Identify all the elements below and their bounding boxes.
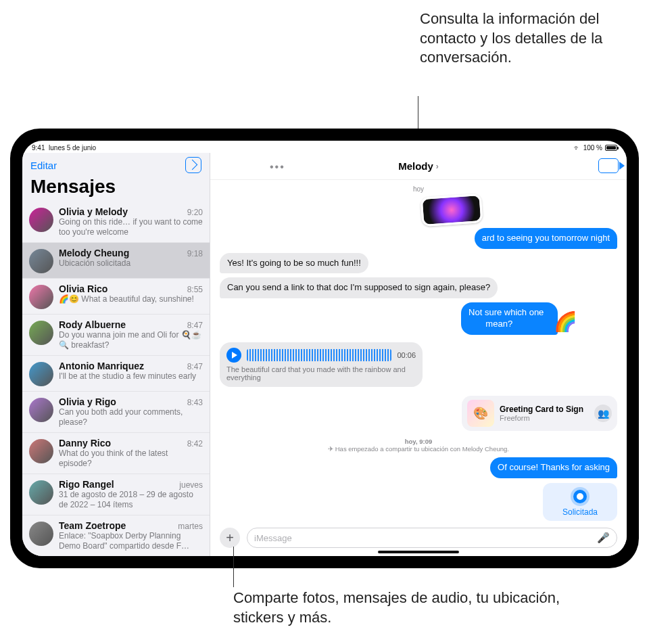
link-subtitle: Freeform: [500, 414, 589, 422]
avatar: [29, 249, 53, 273]
conversation-preview: Enlace: "Soapbox Derby Planning Demo Boa…: [59, 531, 203, 551]
edit-button[interactable]: Editar: [30, 160, 57, 171]
conversation-name: Olivia Rico: [59, 283, 107, 294]
message-sent[interactable]: Of course! Thanks for asking: [490, 457, 617, 478]
message-input[interactable]: iMessage 🎤: [247, 528, 617, 548]
home-indicator[interactable]: [378, 551, 459, 553]
conversation-time: 9:18: [187, 249, 203, 258]
conversation-time: 8:47: [187, 321, 203, 330]
location-label: Solicitada: [547, 507, 613, 517]
avatar: [29, 285, 53, 309]
waveform-icon: [247, 349, 391, 361]
conversation-name: Melody Cheung: [59, 248, 129, 258]
message-sent-rainbow[interactable]: Not sure which one mean? 🌈: [461, 300, 617, 337]
conversation-list: Olivia y Melody9:20Going on this ride… i…: [22, 202, 210, 556]
location-pin-icon: [573, 490, 587, 503]
mic-icon[interactable]: 🎤: [597, 532, 610, 544]
chat-pane: ••• Melody › hoy ard to seeing you tomor…: [210, 153, 627, 556]
audio-duration: 00:06: [397, 351, 416, 359]
contact-name: Melody: [398, 160, 433, 172]
callout-line: [233, 547, 234, 587]
callout-contact-info: Consulta la información del contacto y l…: [420, 9, 636, 68]
input-placeholder: iMessage: [254, 533, 292, 543]
avatar: [29, 480, 53, 505]
conversation-preview: I'll be at the studio a few minutes earl…: [59, 371, 203, 382]
conversation-item[interactable]: Rody Albuerne8:47Do you wanna join me an…: [22, 315, 210, 356]
conversation-name: Olivia y Rigo: [59, 396, 116, 407]
conversation-item[interactable]: Antonio Manriquez8:47I'll be at the stud…: [22, 356, 210, 392]
conversation-preview: Do you wanna join me and Oli for 🍳☕🔍 bre…: [59, 330, 203, 350]
conversation-item[interactable]: Olivia y Rigo8:43Can you both add your c…: [22, 392, 210, 433]
conversation-name: Olivia y Melody: [59, 206, 128, 217]
avatar: [29, 321, 53, 345]
conversation-name: Danny Rico: [59, 438, 111, 448]
status-time: 9:41: [32, 144, 45, 152]
conversation-preview: Ubicación solicitada: [59, 258, 203, 269]
battery-icon: [605, 145, 617, 151]
message-text: ard to seeing you tomorrow night: [482, 233, 610, 243]
day-label: hoy: [220, 185, 617, 193]
conversation-item[interactable]: Olivia Rico8:55🌈😊 What a beautiful day, …: [22, 279, 210, 315]
wifi-icon: ᯤ: [574, 144, 581, 152]
conversation-preview: What do you think of the latest episode?: [59, 448, 203, 469]
status-date: lunes 5 de junio: [49, 144, 96, 152]
conversation-name: Rigo Rangel: [59, 479, 114, 490]
link-title: Greeting Card to Sign: [500, 405, 589, 414]
conversation-time: martes: [178, 522, 203, 531]
battery-text: 100 %: [583, 144, 602, 152]
contact-name-button[interactable]: Melody ›: [398, 160, 439, 172]
ipad-frame: 9:41 lunes 5 de junio ᯤ 100 % Editar Men…: [10, 129, 639, 568]
ipad-screen: 9:41 lunes 5 de junio ᯤ 100 % Editar Men…: [22, 141, 627, 556]
avatar: [29, 522, 53, 546]
conversation-preview: Can you both add your comments, please?: [59, 407, 203, 428]
conversation-name: Team Zoetrope: [59, 520, 126, 531]
conversation-time: jueves: [179, 480, 203, 490]
message-text: Not sure which one: [468, 307, 544, 317]
sidebar: Editar Mensajes Olivia y Melody9:20Going…: [22, 153, 210, 556]
facetime-button[interactable]: [598, 158, 619, 173]
message-received[interactable]: Yes! It's going to be so much fun!!!: [220, 253, 368, 274]
link-thumbnail: 🎨: [467, 400, 494, 427]
conversation-item[interactable]: Danny Rico8:42What do you think of the l…: [22, 433, 210, 474]
callout-plus-button: Comparte fotos, mensajes de audio, tu ub…: [233, 589, 585, 627]
more-icon[interactable]: •••: [270, 161, 285, 173]
avatar: [29, 208, 53, 232]
conversation-preview: Going on this ride… if you want to come …: [59, 217, 203, 237]
status-left: 9:41 lunes 5 de junio: [32, 144, 96, 152]
play-button[interactable]: [226, 348, 241, 363]
location-request-card[interactable]: Solicitada: [543, 483, 617, 521]
avatar: [29, 362, 53, 386]
messages-scroll[interactable]: hoy ard to seeing you tomorrow night Yes…: [210, 180, 627, 524]
conversation-item[interactable]: Melody Cheung9:18Ubicación solicitada: [22, 243, 210, 279]
freeform-link-card[interactable]: 🎨 Greeting Card to Sign Freeform 👥: [462, 396, 617, 431]
compose-button[interactable]: [185, 157, 201, 173]
conversation-time: 8:42: [187, 439, 203, 448]
messages-app: Editar Mensajes Olivia y Melody9:20Going…: [22, 153, 627, 556]
photo-attachment[interactable]: [420, 193, 483, 227]
message-received[interactable]: Can you send a link to that doc I'm supp…: [220, 277, 498, 298]
message-sent[interactable]: ard to seeing you tomorrow night: [475, 228, 617, 249]
system-status-line: hoy, 9:09 ✈ Has empezado a compartir tu …: [220, 438, 617, 453]
audio-transcript: The beautiful card that you made with th…: [226, 365, 416, 382]
conversation-item[interactable]: Team ZoetropemartesEnlace: "Soapbox Derb…: [22, 515, 210, 556]
status-bar: 9:41 lunes 5 de junio ᯤ 100 %: [22, 141, 627, 153]
conversation-time: 8:55: [187, 285, 203, 294]
conversation-time: 8:47: [187, 362, 203, 371]
conversation-item[interactable]: Olivia y Melody9:20Going on this ride… i…: [22, 202, 210, 243]
rainbow-sticker: 🌈: [554, 310, 577, 333]
conversation-item[interactable]: Rigo Rangeljueves31 de agosto de 2018 – …: [22, 474, 210, 515]
people-icon: 👥: [594, 405, 612, 422]
conversation-preview: 31 de agosto de 2018 – 29 de agosto de 2…: [59, 490, 203, 510]
status-right: ᯤ 100 %: [574, 144, 617, 152]
system-time: hoy, 9:09: [405, 438, 432, 445]
plus-button[interactable]: +: [220, 528, 240, 548]
audio-message[interactable]: 00:06 The beautiful card that you made w…: [220, 342, 423, 387]
conversation-name: Antonio Manriquez: [59, 361, 144, 371]
system-text: Has empezado a compartir tu ubicación co…: [335, 445, 509, 453]
avatar: [29, 398, 53, 422]
chat-header: ••• Melody ›: [210, 153, 627, 180]
avatar: [29, 439, 53, 463]
conversation-time: 8:43: [187, 398, 203, 407]
sidebar-title: Mensajes: [22, 175, 210, 202]
conversation-preview: 🌈😊 What a beautiful day, sunshine!: [59, 294, 203, 304]
